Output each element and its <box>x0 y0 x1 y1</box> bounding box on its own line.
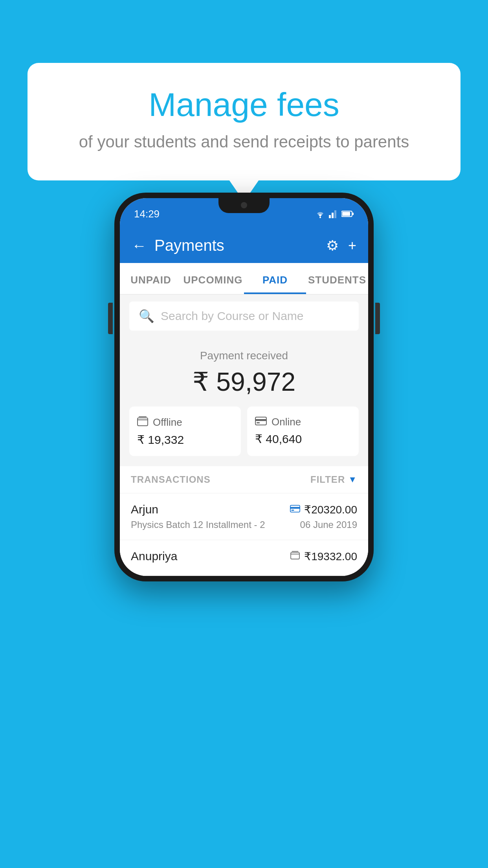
offline-card: Offline ₹ 19,332 <box>129 406 241 456</box>
svg-rect-14 <box>291 552 299 559</box>
online-icon <box>255 416 267 428</box>
add-icon[interactable]: + <box>348 237 356 254</box>
search-container: 🔍 Search by Course or Name <box>120 294 368 338</box>
camera-dot <box>241 202 247 208</box>
transaction-amount-wrap: ₹19332.00 <box>290 550 357 563</box>
speech-bubble: Manage fees of your students and send re… <box>28 63 460 180</box>
transaction-amount-wrap: ₹20320.00 <box>290 503 357 516</box>
search-box[interactable]: 🔍 Search by Course or Name <box>129 302 359 331</box>
header-actions: ⚙ + <box>326 237 356 254</box>
signal-icon <box>329 210 338 218</box>
transaction-top-row: Arjun ₹20320.00 <box>131 503 357 516</box>
status-bar: 14:29 <box>120 198 368 230</box>
table-row[interactable]: Anupriya ₹19332.00 <box>120 540 368 576</box>
tabs-container: UNPAID UPCOMING PAID STUDENTS <box>120 263 368 294</box>
transaction-name: Arjun <box>131 503 158 516</box>
phone-mockup: 14:29 <box>114 193 374 581</box>
payment-cards: Offline ₹ 19,332 <box>129 406 359 456</box>
offline-icon <box>137 416 148 429</box>
online-amount: ₹ 40,640 <box>255 432 351 446</box>
offline-payment-icon <box>290 551 300 562</box>
bubble-subtitle: of your students and send receipts to pa… <box>59 131 429 153</box>
svg-rect-12 <box>290 507 300 509</box>
battery-icon <box>341 210 354 217</box>
offline-card-header: Offline <box>137 416 233 429</box>
transaction-name: Anupriya <box>131 550 177 563</box>
transaction-top-row: Anupriya ₹19332.00 <box>131 550 357 563</box>
payment-summary: Payment received ₹ 59,972 <box>120 338 368 466</box>
tab-upcoming[interactable]: UPCOMING <box>182 263 244 294</box>
svg-rect-13 <box>292 510 294 511</box>
transaction-amount: ₹19332.00 <box>304 550 357 563</box>
svg-rect-1 <box>329 215 331 218</box>
online-card-header: Online <box>255 416 351 428</box>
wifi-icon <box>315 210 326 218</box>
transaction-course: Physics Batch 12 Installment - 2 <box>131 519 265 530</box>
phone-inner: 14:29 <box>120 198 368 576</box>
svg-rect-7 <box>138 418 148 426</box>
svg-rect-6 <box>342 212 350 216</box>
svg-rect-2 <box>332 213 334 218</box>
transaction-date: 06 June 2019 <box>300 519 357 530</box>
status-icons <box>315 210 354 218</box>
online-label: Online <box>272 416 301 428</box>
tab-unpaid[interactable]: UNPAID <box>120 263 182 294</box>
transaction-bottom-row: Physics Batch 12 Installment - 2 06 June… <box>131 519 357 530</box>
offline-amount: ₹ 19,332 <box>137 433 233 447</box>
table-row[interactable]: Arjun ₹20320.00 Physics Batch 1 <box>120 493 368 540</box>
settings-icon[interactable]: ⚙ <box>326 237 339 254</box>
svg-rect-3 <box>334 210 336 218</box>
online-card: Online ₹ 40,640 <box>247 406 359 456</box>
header-left: ← Payments <box>132 237 224 254</box>
transactions-label: TRANSACTIONS <box>131 474 211 485</box>
filter-icon: ▼ <box>348 474 357 485</box>
phone-outer: 14:29 <box>114 193 374 581</box>
svg-rect-9 <box>255 419 266 421</box>
offline-label: Offline <box>153 416 182 428</box>
notch <box>218 198 270 213</box>
filter-button[interactable]: FILTER ▼ <box>310 474 357 485</box>
tab-students[interactable]: STUDENTS <box>306 263 368 294</box>
transactions-header: TRANSACTIONS FILTER ▼ <box>120 466 368 493</box>
search-input[interactable]: Search by Course or Name <box>161 309 304 323</box>
speech-bubble-container: Manage fees of your students and send re… <box>28 63 460 180</box>
svg-rect-10 <box>257 422 260 423</box>
app-header: ← Payments ⚙ + <box>120 230 368 263</box>
bubble-title: Manage fees <box>59 86 429 123</box>
svg-point-0 <box>319 217 321 218</box>
status-time: 14:29 <box>134 208 160 220</box>
payment-total-amount: ₹ 59,972 <box>129 367 359 397</box>
back-button[interactable]: ← <box>132 238 147 253</box>
transaction-amount: ₹20320.00 <box>304 503 357 516</box>
online-payment-icon <box>290 504 300 515</box>
payment-received-label: Payment received <box>129 349 359 362</box>
page-title: Payments <box>154 237 224 254</box>
svg-rect-5 <box>352 213 354 215</box>
tab-paid[interactable]: PAID <box>244 263 306 294</box>
search-icon: 🔍 <box>139 309 154 324</box>
